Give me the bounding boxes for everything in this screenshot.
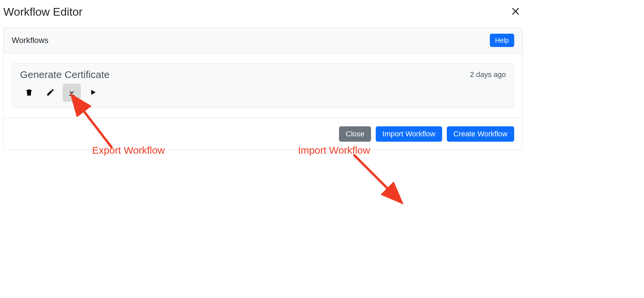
run-button[interactable] xyxy=(84,84,102,102)
workflows-card-header: Workflows Help xyxy=(4,28,522,53)
close-button[interactable]: Close xyxy=(339,126,371,142)
trash-icon xyxy=(25,88,33,98)
export-button[interactable] xyxy=(63,84,81,102)
edit-button[interactable] xyxy=(41,84,59,102)
workflows-heading: Workflows xyxy=(12,36,48,45)
import-workflow-button[interactable]: Import Workflow xyxy=(376,126,442,142)
workflows-list: Generate Certificate xyxy=(4,53,522,118)
help-button[interactable]: Help xyxy=(490,34,514,47)
pencil-icon xyxy=(46,88,55,98)
workflow-actions xyxy=(20,84,109,102)
play-icon xyxy=(89,89,97,97)
workflow-timestamp: 2 days ago xyxy=(470,69,506,79)
workflow-item: Generate Certificate xyxy=(12,63,514,108)
create-workflow-button[interactable]: Create Workflow xyxy=(447,126,514,142)
workflow-name: Generate Certificate xyxy=(20,69,109,80)
modal-title: Workflow Editor xyxy=(3,5,82,18)
svg-line-3 xyxy=(354,155,390,191)
download-icon xyxy=(67,88,76,98)
annotation-arrow-import xyxy=(350,151,404,201)
modal-header: Workflow Editor xyxy=(3,5,523,22)
card-footer: Close Import Workflow Create Workflow xyxy=(4,118,522,150)
close-icon[interactable] xyxy=(509,5,523,19)
delete-button[interactable] xyxy=(20,84,38,102)
workflows-card: Workflows Help Generate Certificate xyxy=(3,27,523,150)
